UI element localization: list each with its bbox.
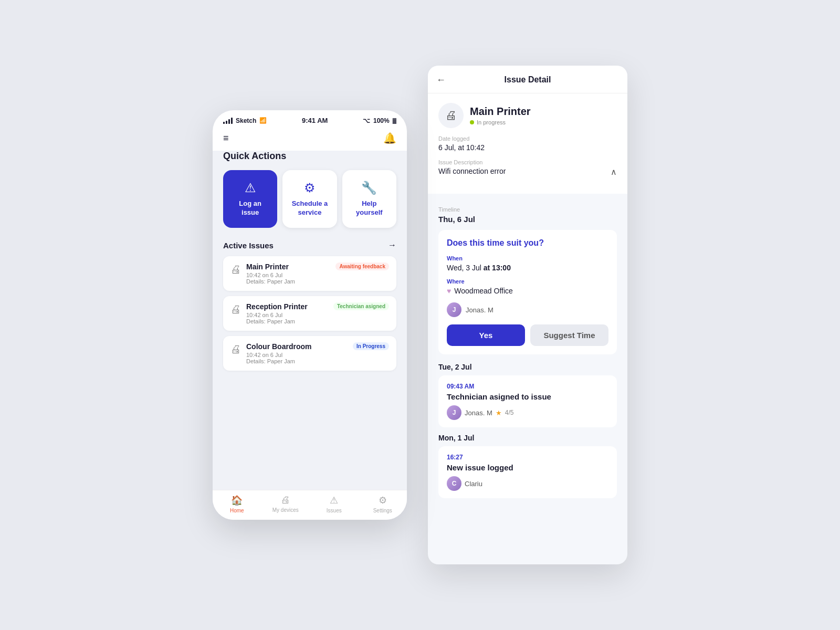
timeline-label: Timeline	[438, 206, 617, 213]
schedule-service-label: Schedule a service	[290, 200, 329, 217]
issue-card-main-printer[interactable]: 🖨 Main Printer Awaiting feedback 10:42 o…	[223, 256, 396, 291]
action-log-issue[interactable]: ⚠ Log an issue	[223, 170, 277, 228]
event-footer: J Jonas. M ★ 4/5	[447, 405, 608, 420]
active-issues-title: Active Issues	[223, 241, 274, 250]
event-title-new-issue: New issue logged	[447, 463, 608, 472]
status-bar: Sketch 📶 9:41 AM ⌥ 100% ▓	[213, 110, 407, 128]
event-time-new-issue: 16:27	[447, 454, 608, 461]
quick-actions-title: Quick Actions	[223, 151, 396, 162]
detail-content: 🖨 Main Printer In progress Date logged 6…	[428, 93, 627, 564]
timeline-date-thu: Thu, 6 Jul	[438, 215, 617, 224]
when-date-post: at 13:00	[484, 264, 511, 272]
event-time: 09:43 AM	[447, 383, 608, 390]
menu-icon[interactable]: ≡	[223, 133, 229, 144]
timeline-date-tue-label: Tue, 2 Jul	[438, 363, 617, 371]
battery-icon: ▓	[393, 118, 396, 123]
devices-icon: 🖨	[281, 495, 290, 506]
issue-top-row: Colour Boardroom In Progress	[246, 342, 389, 351]
timeline-date-mon: Mon, 1 Jul 16:27 New issue logged C Clar…	[438, 434, 617, 498]
device-name-group: Main Printer In progress	[470, 106, 531, 125]
nav-issues[interactable]: ⚠ Issues	[310, 495, 359, 513]
device-name: Main Printer	[470, 106, 531, 118]
issue-details: Details: Paper Jam	[246, 318, 389, 324]
event-card-new-issue: 16:27 New issue logged C Clariu	[438, 446, 617, 498]
detail-header: ← Issue Detail	[428, 66, 627, 93]
when-date-pre: Wed, 3 Jul	[447, 264, 481, 272]
wrench-icon: 🔧	[361, 181, 377, 195]
phone-frame: Sketch 📶 9:41 AM ⌥ 100% ▓ ≡ 🔔 Quick Acti…	[213, 110, 407, 520]
status-time: 9:41 AM	[302, 117, 328, 124]
where-text: Woodmead Office	[454, 287, 513, 295]
description-value: Wifi connection error	[438, 167, 506, 175]
yes-button[interactable]: Yes	[447, 324, 525, 346]
device-printer-icon: 🖨	[445, 109, 457, 122]
issue-badge-technician: Technician asigned	[333, 302, 389, 310]
bluetooth-icon: ⌥	[363, 117, 370, 124]
time-suit-question: Does this time suit you?	[447, 238, 608, 248]
issue-badge-awaiting: Awaiting feedback	[335, 262, 389, 270]
printer-icon: 🖨	[230, 343, 241, 355]
issues-arrow-icon[interactable]: →	[388, 240, 396, 250]
nav-settings-label: Settings	[373, 508, 392, 513]
nav-devices[interactable]: 🖨 My devices	[261, 495, 310, 513]
back-button[interactable]: ←	[436, 75, 446, 86]
when-value: Wed, 3 Jul at 13:00	[447, 264, 608, 272]
home-icon: 🏠	[231, 495, 243, 506]
timeline-date-tue: Tue, 2 Jul 09:43 AM Technician asigned t…	[438, 363, 617, 427]
avatar-clariu: C	[447, 476, 461, 491]
action-schedule-service[interactable]: ⚙ Schedule a service	[282, 170, 337, 228]
nav-home[interactable]: 🏠 Home	[213, 495, 261, 513]
printer-icon: 🖨	[230, 303, 241, 316]
suggest-time-button[interactable]: Suggest Time	[530, 324, 608, 346]
detail-panel-title: Issue Detail	[505, 75, 551, 85]
log-issue-label: Log an issue	[230, 200, 270, 217]
detail-panel: ← Issue Detail 🖨 Main Printer In progres…	[428, 66, 627, 564]
issue-summary: 🖨 Main Printer In progress Date logged 6…	[428, 93, 627, 194]
issue-details: Details: Paper Jam	[246, 278, 389, 285]
date-logged-value: 6 Jul, at 10:42	[438, 143, 617, 152]
avatar-jonas: J	[447, 302, 461, 317]
bell-icon[interactable]: 🔔	[383, 132, 396, 144]
issue-details: Details: Paper Jam	[246, 358, 389, 364]
issue-top-row: Reception Printer Technician asigned	[246, 302, 389, 311]
issue-time: 10:42 on 6 Jul	[246, 352, 389, 358]
issue-name: Reception Printer	[246, 302, 308, 311]
where-value: ♥ Woodmead Office	[447, 287, 608, 295]
settings-icon: ⚙	[379, 495, 387, 506]
nav-settings[interactable]: ⚙ Settings	[359, 495, 407, 513]
help-yourself-label: Help yourself	[350, 200, 389, 217]
gear-icon: ⚙	[304, 181, 316, 195]
assignee-name: Jonas. M	[466, 306, 494, 314]
when-label: When	[447, 255, 608, 261]
time-suit-card: Does this time suit you? When Wed, 3 Jul…	[438, 230, 617, 354]
rating-value: 4/5	[505, 409, 514, 416]
nav-devices-label: My devices	[272, 507, 299, 513]
issue-name: Colour Boardroom	[246, 342, 311, 351]
status-right: ⌥ 100% ▓	[363, 117, 396, 124]
issue-info: Colour Boardroom In Progress 10:42 on 6 …	[246, 342, 389, 364]
timeline-date-mon-label: Mon, 1 Jul	[438, 434, 617, 442]
timeline-section: Timeline Thu, 6 Jul Does this time suit …	[428, 198, 627, 498]
location-icon: ♥	[447, 287, 451, 295]
date-logged-field: Date logged 6 Jul, at 10:42	[438, 135, 617, 152]
issue-name: Main Printer	[246, 262, 289, 271]
issue-info: Main Printer Awaiting feedback 10:42 on …	[246, 262, 389, 285]
issue-summary-header: 🖨 Main Printer In progress	[438, 103, 617, 128]
carrier-label: Sketch	[236, 117, 256, 124]
star-icon: ★	[496, 409, 502, 417]
action-help-yourself[interactable]: 🔧 Help yourself	[342, 170, 396, 228]
issue-card-colour-boardroom[interactable]: 🖨 Colour Boardroom In Progress 10:42 on …	[223, 336, 396, 371]
quick-actions-grid: ⚠ Log an issue ⚙ Schedule a service 🔧 He…	[223, 170, 396, 228]
event-card-technician: 09:43 AM Technician asigned to issue J J…	[438, 375, 617, 427]
status-label: In progress	[477, 119, 506, 125]
nav-home-label: Home	[230, 508, 244, 513]
issue-time: 10:42 on 6 Jul	[246, 272, 389, 278]
event-title: Technician asigned to issue	[447, 392, 608, 401]
battery-label: 100%	[373, 117, 390, 124]
issues-icon: ⚠	[330, 495, 338, 506]
chevron-up-icon[interactable]: ∧	[611, 167, 617, 177]
date-logged-label: Date logged	[438, 135, 617, 142]
nav-issues-label: Issues	[327, 508, 342, 513]
technician-name: Jonas. M	[465, 409, 492, 417]
issue-card-reception-printer[interactable]: 🖨 Reception Printer Technician asigned 1…	[223, 296, 396, 331]
